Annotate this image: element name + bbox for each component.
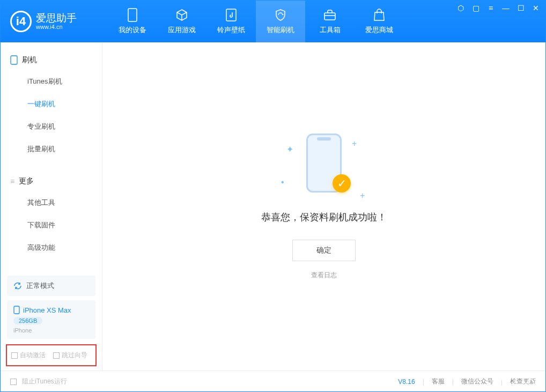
logo-area: i4 爱思助手 www.i4.cn xyxy=(1,11,108,32)
sidebar-item-pro[interactable]: 专业刷机 xyxy=(1,115,102,138)
sidebar-header-flash: 刷机 xyxy=(1,50,102,70)
music-file-icon xyxy=(224,8,238,22)
svg-point-3 xyxy=(529,375,532,379)
success-message: 恭喜您，保资料刷机成功啦！ xyxy=(261,211,387,224)
confirm-button[interactable]: 确定 xyxy=(292,240,356,261)
minimize-button[interactable]: — xyxy=(501,4,510,12)
toolbox-icon xyxy=(323,8,337,22)
nav-apps-games[interactable]: 应用游戏 xyxy=(157,1,206,42)
sidebar: 刷机 iTunes刷机 一键刷机 专业刷机 批量刷机 ≡ 更多 其他工具 下载固… xyxy=(1,42,102,371)
svg-rect-2 xyxy=(324,13,335,20)
app-title: 爱思助手 xyxy=(36,13,77,24)
nav-toolbox[interactable]: 工具箱 xyxy=(305,1,355,42)
success-illustration: ✦ + • + ✓ xyxy=(281,134,367,198)
check-badge-icon: ✓ xyxy=(333,174,351,193)
svg-rect-5 xyxy=(14,306,19,314)
cube-icon xyxy=(175,8,189,22)
nav-store[interactable]: 爱思商城 xyxy=(355,1,404,42)
checkbox-block-itunes[interactable]: 阻止iTunes运行 xyxy=(10,377,67,386)
customer-service-link[interactable]: 客服 xyxy=(432,377,445,386)
phone-icon xyxy=(126,8,139,22)
nav-ringtones[interactable]: 铃声壁纸 xyxy=(206,1,256,42)
app-subtitle: www.i4.cn xyxy=(36,24,77,30)
bag-icon xyxy=(372,8,386,22)
nav-my-device[interactable]: 我的设备 xyxy=(108,1,157,42)
header-right-icons: ↓ xyxy=(501,371,538,386)
shirt-icon[interactable]: ⬡ xyxy=(456,4,465,12)
sidebar-header-more: ≡ 更多 xyxy=(1,171,102,191)
options-box: 自动激活 跳过向导 xyxy=(6,344,97,366)
list-icon: ≡ xyxy=(10,177,14,186)
phone-outline-icon xyxy=(10,55,18,65)
sidebar-item-other-tools[interactable]: 其他工具 xyxy=(1,191,102,214)
nav-label: 我的设备 xyxy=(119,25,146,35)
sidebar-item-download-firmware[interactable]: 下载固件 xyxy=(1,214,102,236)
refresh-icon xyxy=(13,282,22,290)
nav-label: 铃声壁纸 xyxy=(217,25,245,35)
checkbox-skip-guide[interactable]: 跳过向导 xyxy=(53,351,87,360)
sidebar-item-advanced[interactable]: 高级功能 xyxy=(1,236,102,259)
user-icon[interactable] xyxy=(523,371,538,386)
view-log-link[interactable]: 查看日志 xyxy=(311,271,337,280)
logo-icon: i4 xyxy=(10,11,32,32)
checkbox-auto-activate[interactable]: 自动激活 xyxy=(11,351,46,360)
titlebar-controls: ⬡ ▢ ≡ — ☐ ✕ xyxy=(456,4,540,12)
wechat-link[interactable]: 微信公众号 xyxy=(461,377,493,386)
main-content: ✦ + • + ✓ 恭喜您，保资料刷机成功啦！ 确定 查看日志 xyxy=(102,42,545,371)
header: i4 爱思助手 www.i4.cn 我的设备 应用游戏 铃声壁纸 智能刷机 工具… xyxy=(1,1,545,42)
device-phone-icon xyxy=(13,306,20,314)
lock-icon[interactable]: ▢ xyxy=(471,4,480,12)
nav-smart-flash[interactable]: 智能刷机 xyxy=(256,1,305,42)
sidebar-item-itunes[interactable]: iTunes刷机 xyxy=(1,70,102,93)
shield-refresh-icon xyxy=(274,8,287,22)
svg-rect-0 xyxy=(128,9,137,21)
maximize-button[interactable]: ☐ xyxy=(517,4,525,12)
download-icon[interactable]: ↓ xyxy=(501,371,517,386)
mode-card[interactable]: 正常模式 xyxy=(7,276,95,296)
version-label: V8.16 xyxy=(398,378,415,386)
device-card[interactable]: iPhone XS Max 256GB iPhone xyxy=(7,300,95,339)
device-type: iPhone xyxy=(13,327,89,334)
device-name: iPhone XS Max xyxy=(23,306,71,314)
main-nav: 我的设备 应用游戏 铃声壁纸 智能刷机 工具箱 爱思商城 xyxy=(108,1,404,42)
mode-label: 正常模式 xyxy=(26,281,54,291)
nav-label: 应用游戏 xyxy=(168,25,196,35)
close-button[interactable]: ✕ xyxy=(532,4,540,12)
sidebar-item-batch[interactable]: 批量刷机 xyxy=(1,138,102,160)
storage-badge: 256GB xyxy=(13,317,42,324)
menu-icon[interactable]: ≡ xyxy=(486,4,495,12)
nav-label: 智能刷机 xyxy=(267,25,294,35)
sidebar-item-oneclick[interactable]: 一键刷机 xyxy=(1,93,102,115)
nav-label: 工具箱 xyxy=(320,25,341,35)
svg-rect-4 xyxy=(11,56,17,64)
footer: 阻止iTunes运行 V8.16 | 客服 | 微信公众号 | 检查更新 xyxy=(1,371,545,392)
nav-label: 爱思商城 xyxy=(365,25,393,35)
